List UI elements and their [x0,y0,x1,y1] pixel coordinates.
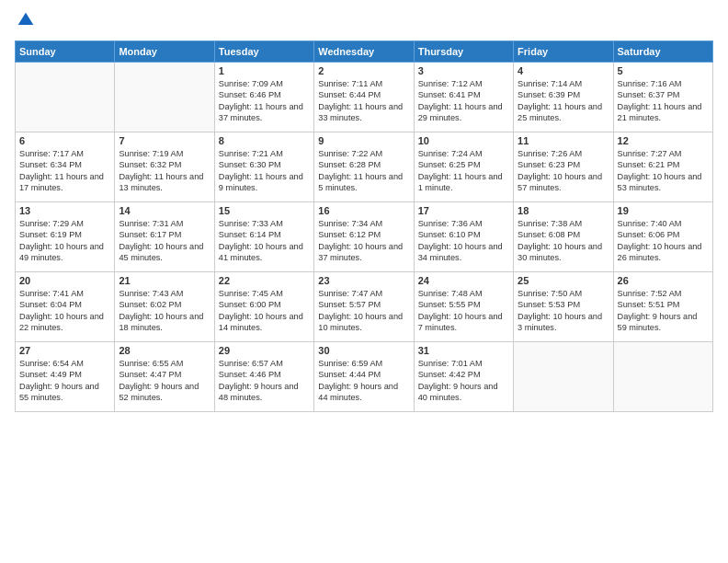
day-number: 5 [618,65,709,76]
day-info: Sunrise: 7:01 AM Sunset: 4:42 PM Dayligh… [418,358,509,404]
day-number: 14 [119,205,210,216]
day-number: 22 [219,275,310,286]
day-number: 6 [19,135,110,146]
day-info: Sunrise: 7:52 AM Sunset: 5:51 PM Dayligh… [618,288,709,334]
calendar-page: SundayMondayTuesdayWednesdayThursdayFrid… [0,0,728,563]
day-info: Sunrise: 7:14 AM Sunset: 6:39 PM Dayligh… [518,78,609,124]
calendar-cell: 31Sunrise: 7:01 AM Sunset: 4:42 PM Dayli… [414,342,513,412]
day-info: Sunrise: 6:57 AM Sunset: 4:46 PM Dayligh… [219,358,310,404]
calendar-cell: 30Sunrise: 6:59 AM Sunset: 4:44 PM Dayli… [314,342,414,412]
day-header-friday: Friday [514,41,613,63]
day-info: Sunrise: 7:27 AM Sunset: 6:21 PM Dayligh… [618,148,709,194]
calendar-cell: 4Sunrise: 7:14 AM Sunset: 6:39 PM Daylig… [514,63,613,132]
day-header-monday: Monday [115,41,214,63]
calendar-cell: 18Sunrise: 7:38 AM Sunset: 6:08 PM Dayli… [514,202,613,272]
day-number: 8 [219,135,310,146]
day-info: Sunrise: 7:40 AM Sunset: 6:06 PM Dayligh… [618,218,709,264]
calendar-cell: 21Sunrise: 7:43 AM Sunset: 6:02 PM Dayli… [115,272,214,342]
day-number: 9 [318,135,409,146]
calendar-cell [514,342,613,412]
day-info: Sunrise: 7:38 AM Sunset: 6:08 PM Dayligh… [518,218,609,264]
day-info: Sunrise: 7:48 AM Sunset: 5:55 PM Dayligh… [418,288,509,334]
day-number: 26 [618,275,709,286]
logo [15,11,37,33]
day-info: Sunrise: 7:11 AM Sunset: 6:44 PM Dayligh… [318,78,409,124]
calendar-cell: 9Sunrise: 7:22 AM Sunset: 6:28 PM Daylig… [314,132,414,202]
day-number: 29 [219,345,310,356]
day-info: Sunrise: 7:45 AM Sunset: 6:00 PM Dayligh… [219,288,310,334]
calendar-cell: 29Sunrise: 6:57 AM Sunset: 4:46 PM Dayli… [214,342,313,412]
calendar-cell: 20Sunrise: 7:41 AM Sunset: 6:04 PM Dayli… [16,272,115,342]
day-info: Sunrise: 7:36 AM Sunset: 6:10 PM Dayligh… [418,218,509,264]
calendar-cell: 24Sunrise: 7:48 AM Sunset: 5:55 PM Dayli… [414,272,513,342]
day-number: 19 [618,205,709,216]
header [15,11,713,33]
day-number: 12 [618,135,709,146]
day-number: 25 [518,275,609,286]
day-number: 4 [518,65,609,76]
day-info: Sunrise: 7:41 AM Sunset: 6:04 PM Dayligh… [19,288,110,334]
day-number: 3 [418,65,509,76]
week-row-4: 20Sunrise: 7:41 AM Sunset: 6:04 PM Dayli… [16,272,713,342]
day-number: 10 [418,135,509,146]
calendar-cell: 23Sunrise: 7:47 AM Sunset: 5:57 PM Dayli… [314,272,414,342]
calendar-cell: 2Sunrise: 7:11 AM Sunset: 6:44 PM Daylig… [314,63,414,132]
day-number: 18 [518,205,609,216]
day-number: 30 [318,345,409,356]
day-info: Sunrise: 7:17 AM Sunset: 6:34 PM Dayligh… [19,148,110,194]
day-info: Sunrise: 7:16 AM Sunset: 6:37 PM Dayligh… [618,78,709,124]
calendar-table: SundayMondayTuesdayWednesdayThursdayFrid… [15,40,713,412]
day-header-row: SundayMondayTuesdayWednesdayThursdayFrid… [16,41,713,63]
day-number: 24 [418,275,509,286]
day-number: 1 [219,65,310,76]
calendar-cell: 5Sunrise: 7:16 AM Sunset: 6:37 PM Daylig… [613,63,712,132]
calendar-cell: 17Sunrise: 7:36 AM Sunset: 6:10 PM Dayli… [414,202,513,272]
day-header-saturday: Saturday [613,41,712,63]
day-info: Sunrise: 7:29 AM Sunset: 6:19 PM Dayligh… [19,218,110,264]
day-number: 28 [119,345,210,356]
day-info: Sunrise: 6:55 AM Sunset: 4:47 PM Dayligh… [119,358,210,404]
calendar-cell: 16Sunrise: 7:34 AM Sunset: 6:12 PM Dayli… [314,202,414,272]
logo-icon [17,11,35,29]
week-row-1: 1Sunrise: 7:09 AM Sunset: 6:46 PM Daylig… [16,63,713,132]
day-info: Sunrise: 7:47 AM Sunset: 5:57 PM Dayligh… [318,288,409,334]
day-info: Sunrise: 7:43 AM Sunset: 6:02 PM Dayligh… [119,288,210,334]
day-number: 15 [219,205,310,216]
calendar-cell: 1Sunrise: 7:09 AM Sunset: 6:46 PM Daylig… [214,63,313,132]
calendar-cell: 3Sunrise: 7:12 AM Sunset: 6:41 PM Daylig… [414,63,513,132]
day-number: 20 [19,275,110,286]
day-number: 2 [318,65,409,76]
calendar-cell: 14Sunrise: 7:31 AM Sunset: 6:17 PM Dayli… [115,202,214,272]
day-info: Sunrise: 7:50 AM Sunset: 5:53 PM Dayligh… [518,288,609,334]
day-number: 7 [119,135,210,146]
day-info: Sunrise: 6:59 AM Sunset: 4:44 PM Dayligh… [318,358,409,404]
calendar-cell: 10Sunrise: 7:24 AM Sunset: 6:25 PM Dayli… [414,132,513,202]
day-number: 27 [19,345,110,356]
day-info: Sunrise: 7:22 AM Sunset: 6:28 PM Dayligh… [318,148,409,194]
calendar-cell: 15Sunrise: 7:33 AM Sunset: 6:14 PM Dayli… [214,202,313,272]
day-info: Sunrise: 7:31 AM Sunset: 6:17 PM Dayligh… [119,218,210,264]
calendar-cell: 26Sunrise: 7:52 AM Sunset: 5:51 PM Dayli… [613,272,712,342]
calendar-cell: 7Sunrise: 7:19 AM Sunset: 6:32 PM Daylig… [115,132,214,202]
calendar-cell: 25Sunrise: 7:50 AM Sunset: 5:53 PM Dayli… [514,272,613,342]
day-info: Sunrise: 7:26 AM Sunset: 6:23 PM Dayligh… [518,148,609,194]
day-info: Sunrise: 6:54 AM Sunset: 4:49 PM Dayligh… [19,358,110,404]
day-info: Sunrise: 7:09 AM Sunset: 6:46 PM Dayligh… [219,78,310,124]
calendar-cell: 12Sunrise: 7:27 AM Sunset: 6:21 PM Dayli… [613,132,712,202]
day-number: 21 [119,275,210,286]
day-header-wednesday: Wednesday [314,41,414,63]
day-info: Sunrise: 7:21 AM Sunset: 6:30 PM Dayligh… [219,148,310,194]
calendar-cell: 11Sunrise: 7:26 AM Sunset: 6:23 PM Dayli… [514,132,613,202]
calendar-cell: 6Sunrise: 7:17 AM Sunset: 6:34 PM Daylig… [16,132,115,202]
day-header-sunday: Sunday [16,41,115,63]
calendar-cell: 13Sunrise: 7:29 AM Sunset: 6:19 PM Dayli… [16,202,115,272]
day-number: 13 [19,205,110,216]
day-number: 16 [318,205,409,216]
week-row-2: 6Sunrise: 7:17 AM Sunset: 6:34 PM Daylig… [16,132,713,202]
calendar-cell: 19Sunrise: 7:40 AM Sunset: 6:06 PM Dayli… [613,202,712,272]
calendar-cell [16,63,115,132]
day-header-thursday: Thursday [414,41,513,63]
calendar-cell: 28Sunrise: 6:55 AM Sunset: 4:47 PM Dayli… [115,342,214,412]
calendar-cell: 27Sunrise: 6:54 AM Sunset: 4:49 PM Dayli… [16,342,115,412]
calendar-cell [613,342,712,412]
